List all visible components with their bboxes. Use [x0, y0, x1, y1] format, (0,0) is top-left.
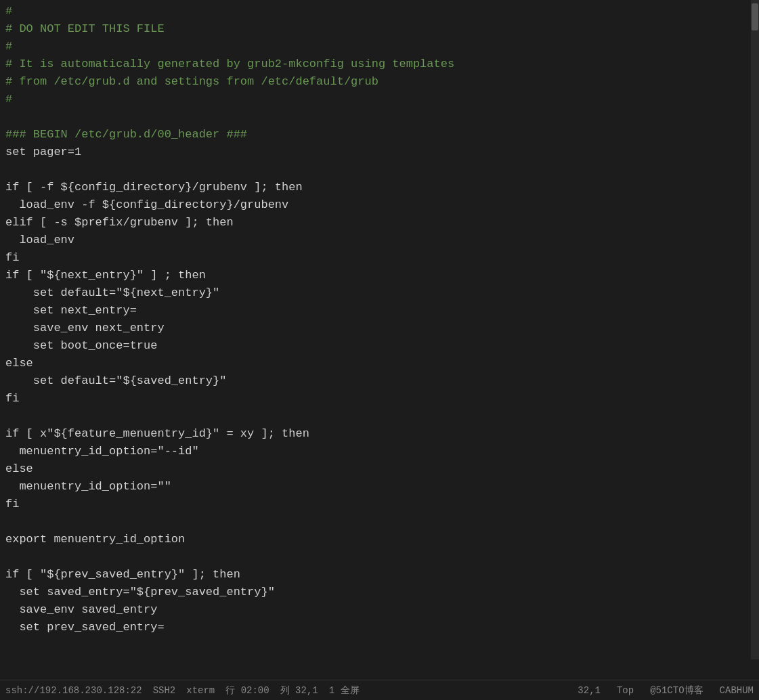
version-info: CABHUM	[720, 685, 754, 696]
terminal-type: xterm	[186, 685, 215, 696]
code-line: fi	[0, 496, 750, 513]
code-line: else	[0, 460, 750, 478]
code-line: load_env -f ${config_directory}/grubenv	[0, 196, 750, 214]
code-line: #	[0, 91, 750, 108]
code-content[interactable]: ## DO NOT EDIT THIS FILE## It is automat…	[0, 0, 759, 680]
cursor-position: 32,1	[578, 685, 601, 696]
code-line	[0, 108, 750, 126]
scrollbar-thumb[interactable]	[752, 3, 758, 30]
column-info: 列 32,1	[280, 684, 318, 697]
code-line	[0, 408, 750, 425]
code-line: save_env saved_entry	[0, 601, 750, 619]
code-line: if [ "${prev_saved_entry}" ]; then	[0, 566, 750, 584]
status-bar: ssh://192.168.230.128:22 SSH2 xterm 行 02…	[0, 680, 759, 700]
status-right: 32,1 Top @51CTO博客 CABHUM	[578, 684, 754, 697]
code-line: menuentry_id_option=""	[0, 478, 750, 496]
code-line: export menuentry_id_option	[0, 531, 750, 548]
code-line: load_env	[0, 232, 750, 249]
code-line: set boot_once=true	[0, 337, 750, 355]
status-left: ssh://192.168.230.128:22 SSH2 xterm 行 02…	[5, 684, 360, 697]
code-line: set default="${next_entry}"	[0, 284, 750, 302]
brand-watermark: @51CTO博客	[650, 684, 703, 697]
code-line: save_env next_entry	[0, 320, 750, 337]
code-line: fi	[0, 390, 750, 408]
code-line: fi	[0, 249, 750, 267]
editor-container: ## DO NOT EDIT THIS FILE## It is automat…	[0, 0, 759, 700]
code-line: # from /etc/grub.d and settings from /et…	[0, 73, 750, 91]
scrollbar[interactable]	[751, 0, 759, 659]
code-line: #	[0, 3, 750, 20]
code-line	[0, 513, 750, 531]
code-line: set prev_saved_entry=	[0, 619, 750, 636]
code-line: if [ -f ${config_directory}/grubenv ]; t…	[0, 179, 750, 196]
code-line	[0, 548, 750, 566]
code-line: # DO NOT EDIT THIS FILE	[0, 20, 750, 38]
code-line: #	[0, 38, 750, 56]
code-line: # It is automatically generated by grub2…	[0, 56, 750, 73]
screen-info: 1 全屏	[329, 684, 360, 697]
protocol: SSH2	[153, 685, 176, 696]
code-line: set saved_entry="${prev_saved_entry}"	[0, 584, 750, 601]
code-line	[0, 161, 750, 179]
code-area[interactable]: ## DO NOT EDIT THIS FILE## It is automat…	[0, 0, 759, 680]
code-line: if [ "${next_entry}" ] ; then	[0, 267, 750, 284]
code-line: set next_entry=	[0, 302, 750, 320]
code-line: menuentry_id_option="--id"	[0, 443, 750, 460]
code-line: if [ x"${feature_menuentry_id}" = xy ]; …	[0, 425, 750, 443]
code-line: else	[0, 355, 750, 372]
code-line: ### BEGIN /etc/grub.d/00_header ###	[0, 126, 750, 144]
row-col-info: 行 02:00	[225, 684, 269, 697]
code-line: set default="${saved_entry}"	[0, 372, 750, 390]
code-line: set pager=1	[0, 144, 750, 161]
code-line: elif [ -s $prefix/grubenv ]; then	[0, 214, 750, 232]
ssh-address: ssh://192.168.230.128:22	[5, 685, 142, 696]
scroll-position: Top	[617, 685, 634, 696]
